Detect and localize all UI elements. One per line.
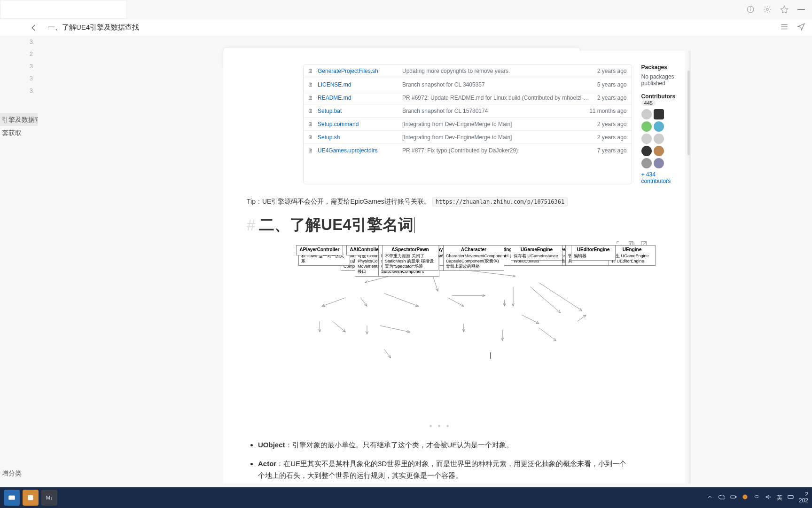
svg-line-47	[531, 287, 561, 313]
tray-volume-icon[interactable]	[765, 493, 772, 502]
svg-rect-61	[731, 496, 735, 498]
tip-paragraph: Tip：UE引擎源码不会公开，需要给EpicGames进行账号关联。 https…	[247, 198, 633, 206]
section-divider-dots: • • •	[247, 422, 633, 430]
tip-url[interactable]: https://zhuanlan.zhihu.com/p/107516361	[432, 197, 568, 206]
tab-placeholder	[0, 0, 127, 19]
table-row: 🗎UE4Games.uprojectdirsPR #877: Fix typo …	[304, 143, 632, 157]
sidebar-nav: 引擎及数据查找 套获取	[0, 113, 38, 139]
taskbar-clock[interactable]: 2 202	[799, 492, 808, 504]
list-item: UObject：引擎对象的最小单位。只有继承了这个类，才会被UE认为是一个对象。	[258, 439, 633, 451]
github-repo-snippet: 🗎GenerateProjectFiles.shUpdating more co…	[303, 64, 633, 184]
svg-line-48	[539, 283, 582, 310]
svg-line-53	[380, 325, 410, 332]
svg-rect-64	[788, 495, 793, 498]
svg-line-41	[360, 298, 367, 306]
window-titlebar	[0, 0, 812, 19]
settings-icon[interactable]	[763, 5, 772, 14]
contributor-avatars	[641, 109, 676, 168]
tray-keyboard-icon[interactable]	[787, 493, 794, 502]
tray-chevron-icon[interactable]	[706, 493, 713, 502]
definitions-list: UObject：引擎对象的最小单位。只有继承了这个类，才会被UE认为是一个对象。…	[247, 439, 633, 484]
heading-hash-icon: #	[247, 216, 255, 234]
info-icon[interactable]	[746, 5, 755, 14]
table-row: 🗎Setup.sh[Integrating from Dev-EngineMer…	[304, 130, 632, 143]
list-item: Actor：在UE里其实不是某种具象化的3D世界里的对象，而是世界里的种种元素，…	[258, 458, 633, 482]
svg-line-51	[333, 321, 345, 332]
svg-rect-60	[28, 495, 33, 500]
repo-sidebar: Packages No packages published Contribut…	[641, 64, 676, 184]
minimize-button[interactable]	[797, 5, 805, 14]
sidebar-add-category[interactable]: 增分类	[0, 468, 38, 480]
document-title: 一、了解UE4引擎及数据查找	[44, 23, 780, 32]
tray-circle-icon[interactable]	[742, 493, 749, 502]
pin-icon[interactable]	[780, 5, 789, 14]
navigate-icon[interactable]	[797, 23, 805, 33]
taskbar-app-1[interactable]	[4, 490, 20, 506]
windows-taskbar: M↓ 英 2 202	[0, 487, 812, 508]
class-hierarchy-diagram: UObject光数据、反射生成、GC 垃圾回收、序列化、编辑器可见、Class …	[247, 245, 633, 419]
packages-heading: Packages	[641, 64, 676, 71]
tray-battery-icon[interactable]	[730, 493, 737, 502]
svg-point-2	[750, 8, 751, 8]
text-caret	[414, 217, 415, 233]
table-row: 🗎LICENSE.mdBranch snapshot for CL 340535…	[304, 78, 632, 91]
svg-line-49	[522, 315, 539, 323]
sidebar-item-engine[interactable]: 引擎及数据查找	[0, 113, 38, 126]
inner-scrollbar-thumb[interactable]	[687, 71, 690, 155]
svg-rect-62	[735, 496, 736, 498]
sidebar-line-numbers: 3 2 3 3 3	[0, 36, 38, 97]
ime-indicator[interactable]: 英	[777, 494, 782, 502]
back-button[interactable]	[28, 22, 39, 33]
section-heading-2[interactable]: # 二、了解UE4引擎名词	[247, 214, 633, 236]
table-row: 🗎Setup.batBranch snapshot for CL 1578017…	[304, 104, 632, 117]
sidebar-item-acquire[interactable]: 套获取	[0, 126, 38, 139]
table-row: 🗎Setup.command[Integrating from Dev-Engi…	[304, 117, 632, 130]
more-contributors-link[interactable]: + 434 contributors	[641, 171, 676, 184]
contributors-heading: Contributors 445	[641, 93, 676, 106]
packages-text: No packages published	[641, 73, 676, 87]
svg-line-43	[448, 298, 464, 306]
svg-line-54	[384, 349, 391, 358]
document-content: 🗎GenerateProjectFiles.shUpdating more co…	[223, 51, 685, 484]
table-row: 🗎README.mdPR #6972: Update README.md for…	[304, 91, 632, 104]
svg-point-63	[742, 495, 747, 500]
table-row: 🗎GenerateProjectFiles.shUpdating more co…	[304, 64, 632, 78]
svg-line-40	[322, 298, 345, 306]
svg-line-57	[539, 328, 556, 341]
svg-rect-59	[8, 496, 15, 500]
svg-point-3	[766, 8, 769, 11]
taskbar-app-2[interactable]	[23, 490, 39, 506]
taskbar-app-3[interactable]: M↓	[41, 490, 57, 506]
document-header: 一、了解UE4引擎及数据查找	[0, 19, 812, 36]
svg-line-58	[578, 315, 586, 321]
file-list-table: 🗎GenerateProjectFiles.shUpdating more co…	[303, 64, 632, 184]
outline-icon[interactable]	[780, 23, 789, 33]
svg-line-42	[384, 294, 419, 306]
tray-wifi-icon[interactable]	[753, 493, 760, 502]
tray-cloud-icon[interactable]	[718, 493, 725, 502]
